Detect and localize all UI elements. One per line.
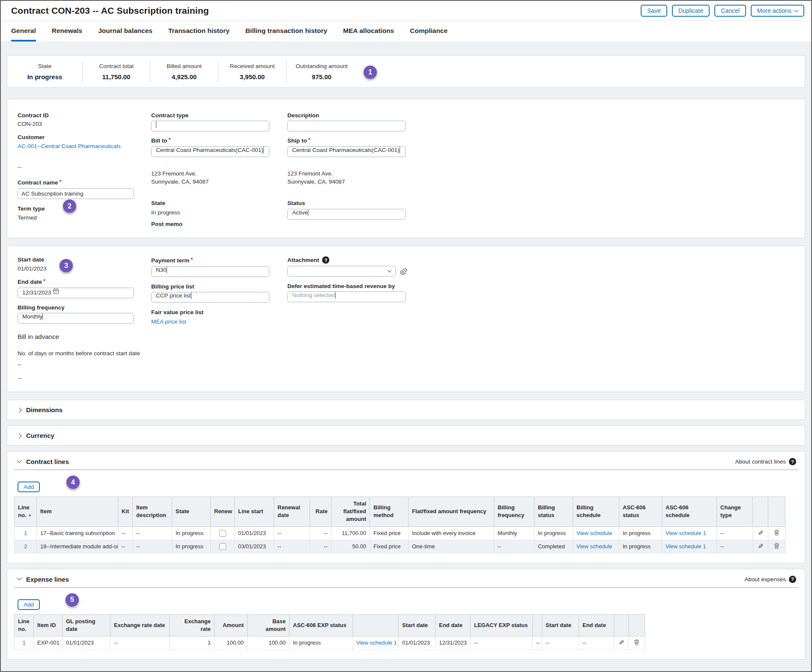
chevron-right-icon xyxy=(17,407,21,412)
col-billing-frequency[interactable]: Billing frequency xyxy=(494,497,534,527)
expense-schedule-link[interactable]: View schedule 1 xyxy=(356,639,397,646)
terms-col-2: Payment term* N30 Billing price list CCP… xyxy=(151,256,287,381)
save-button[interactable]: Save xyxy=(641,5,667,17)
duplicate-button[interactable]: Duplicate xyxy=(672,5,710,17)
payment-term-select[interactable]: N30 xyxy=(151,266,269,277)
description-input[interactable] xyxy=(287,121,406,131)
col-change-type[interactable]: Change type xyxy=(717,497,753,527)
delete-trash-icon[interactable] xyxy=(774,529,779,536)
renew-checkbox[interactable] xyxy=(219,543,226,550)
dimensions-section-toggle[interactable]: Dimensions xyxy=(7,400,805,420)
edit-pencil-icon[interactable]: ✎ xyxy=(758,542,763,550)
col-legacy-end-date[interactable]: End date xyxy=(579,614,614,636)
fair-value-price-list-link[interactable]: MEA price list xyxy=(151,318,287,325)
help-icon[interactable]: ? xyxy=(322,256,329,264)
bill-to-select[interactable]: Central Coast Pharmaceuticals(CAC-001) xyxy=(151,146,269,157)
col-legacy-start-date[interactable]: Start date xyxy=(542,614,579,636)
more-actions-button[interactable]: More actions xyxy=(751,5,804,17)
billing-schedule-link[interactable]: View schedule xyxy=(576,530,612,536)
col-amount[interactable]: Amount xyxy=(215,614,248,636)
col-item[interactable]: Item xyxy=(37,497,118,527)
defer-revenue-select[interactable]: Nothing selected xyxy=(287,291,406,302)
calendar-icon[interactable] xyxy=(53,288,59,294)
ship-to-value: Central Coast Pharmaceuticals(CAC-001) xyxy=(292,147,400,153)
summary-contract-total-value: 11,750.00 xyxy=(102,73,131,80)
chevron-down-icon xyxy=(308,209,308,216)
cancel-button[interactable]: Cancel xyxy=(714,5,746,17)
tab-compliance[interactable]: Compliance xyxy=(410,21,448,42)
edit-pencil-icon[interactable]: ✎ xyxy=(758,529,763,537)
line-no-link[interactable]: 1 xyxy=(24,530,27,536)
contract-name-input[interactable] xyxy=(18,188,134,199)
tab-journal-balances[interactable]: Journal balances xyxy=(98,21,152,42)
billing-price-list-select[interactable]: CCP price list xyxy=(151,292,269,303)
about-contract-lines[interactable]: About contract lines ? xyxy=(735,458,796,465)
line-no-link[interactable]: 1 xyxy=(22,639,25,646)
col-renew[interactable]: Renew xyxy=(211,497,235,527)
paperclip-icon[interactable] xyxy=(399,267,408,276)
delete-trash-icon[interactable] xyxy=(634,639,639,645)
col-total-flat-fixed-amount[interactable]: Total flat/fixed amount xyxy=(331,497,370,527)
chevron-down-icon xyxy=(388,268,392,273)
col-asc606-exp-status[interactable]: ASC-606 EXP status xyxy=(290,614,353,636)
col-exchange-rate[interactable]: Exchange rate xyxy=(170,614,215,636)
col-base-amount[interactable]: Base amount xyxy=(248,614,290,636)
col-renewal-date[interactable]: Renewal date xyxy=(274,497,310,527)
col-item-description[interactable]: Item description xyxy=(133,497,172,527)
col-end-date[interactable]: End date xyxy=(436,614,471,636)
end-date-value: 12/31/2023 xyxy=(22,289,51,296)
about-contract-lines-label: About contract lines xyxy=(735,458,786,465)
contract-type-select[interactable] xyxy=(151,121,269,131)
col-billing-status[interactable]: Billing status xyxy=(534,497,573,527)
currency-section-toggle[interactable]: Currency xyxy=(7,425,805,446)
terms-col-1: Start date 01/01/2023 End date* 12/31/20… xyxy=(18,256,151,381)
expense-lines-toggle[interactable]: Expense lines xyxy=(18,576,69,583)
required-marker-icon: * xyxy=(169,137,171,143)
add-expense-line-button[interactable]: Add xyxy=(18,599,40,610)
col-schedule xyxy=(353,614,399,636)
billing-frequency-select[interactable]: Monthly xyxy=(18,313,134,324)
tab-general[interactable]: General xyxy=(11,21,36,42)
col-billing-method[interactable]: Billing method xyxy=(370,497,409,527)
tab-billing-transaction-history[interactable]: Billing transaction history xyxy=(245,21,327,42)
line-no-link[interactable]: 2 xyxy=(24,543,27,550)
asc606-schedule-link[interactable]: View schedule 1 xyxy=(666,543,706,550)
col-line-no[interactable]: Line no. xyxy=(15,614,34,636)
tab-renewals[interactable]: Renewals xyxy=(52,21,83,42)
billing-schedule-link[interactable]: View schedule xyxy=(576,543,612,550)
about-expenses[interactable]: About expenses ? xyxy=(744,576,796,583)
flat-fixed-amount-frequency-cell: Include with every invoice xyxy=(409,526,494,540)
ship-to-select[interactable]: Central Coast Pharmaceuticals(CAC-001) xyxy=(287,146,406,157)
help-icon: ? xyxy=(789,576,796,583)
col-line-no[interactable]: Line no.▲ xyxy=(15,497,37,527)
renew-checkbox[interactable] xyxy=(219,530,226,537)
add-contract-line-button[interactable]: Add xyxy=(18,482,40,492)
customer-link[interactable]: AC-001--Central Coast Pharmaceuticals xyxy=(18,143,151,149)
col-asc606-status[interactable]: ASC-606 status xyxy=(619,497,662,527)
col-kit[interactable]: Kit xyxy=(118,497,133,527)
col-start-date[interactable]: Start date xyxy=(399,614,436,636)
col-asc606-schedule[interactable]: ASC-606 schedule xyxy=(662,497,717,527)
edit-pencil-icon[interactable]: ✎ xyxy=(618,639,624,647)
line-start-cell: 01/01/2023 xyxy=(235,526,274,540)
defer-revenue-label: Defer estimated time-based revenue by xyxy=(287,283,794,289)
contract-lines-toggle[interactable]: Contract lines xyxy=(18,458,69,465)
tab-mea-allocations[interactable]: MEA allocations xyxy=(343,21,394,42)
col-gl-posting-date[interactable]: GL posting date xyxy=(63,614,110,636)
attachment-select[interactable] xyxy=(287,266,396,277)
col-exchange-rate-date[interactable]: Exchange rate date xyxy=(110,614,170,636)
col-line-start[interactable]: Line start xyxy=(235,497,274,527)
col-billing-schedule[interactable]: Billing schedule xyxy=(573,497,619,527)
asc606-exp-status-cell: In progress xyxy=(290,636,353,649)
end-date-input[interactable]: 12/31/2023 xyxy=(18,288,134,298)
col-legacy-exp-status[interactable]: LEGACY EXP status xyxy=(471,614,533,636)
summary-received-amount-label: Received amount xyxy=(230,63,275,69)
col-rate[interactable]: Rate xyxy=(310,497,331,527)
col-item-id[interactable]: Item ID xyxy=(34,614,63,636)
col-flat-fixed-amount-frequency[interactable]: Flat/fixed amount frequency xyxy=(409,497,494,527)
tab-transaction-history[interactable]: Transaction history xyxy=(168,21,230,42)
status-select[interactable]: Active xyxy=(287,209,406,220)
asc606-schedule-link[interactable]: View schedule 1 xyxy=(666,530,706,536)
delete-trash-icon[interactable] xyxy=(774,543,779,549)
col-state[interactable]: State xyxy=(172,497,211,527)
